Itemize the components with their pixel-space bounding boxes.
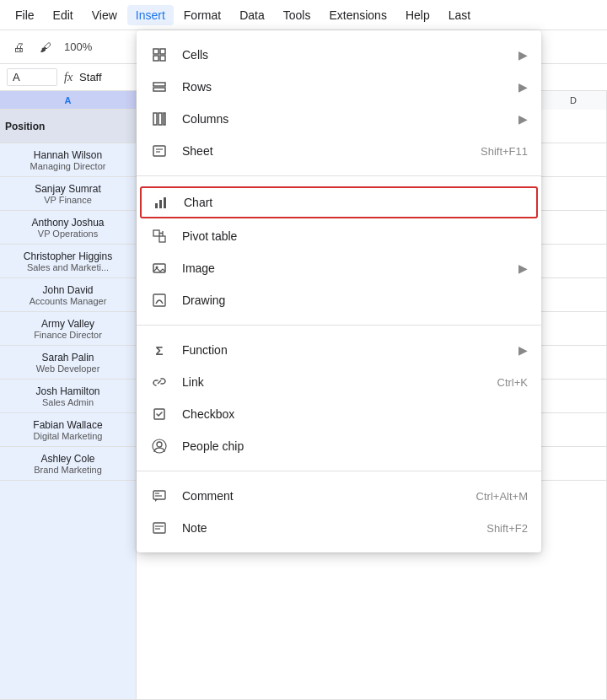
col-header-a: A [0,91,137,109]
cell-name-0: Hannah Wilson [5,149,131,161]
cell-name-6: Sarah Palin [5,352,131,363]
cell-title-9: Brand Marketing [5,465,131,475]
cell-a9[interactable]: Fabian Wallace Digital Marketing [0,413,137,446]
svg-rect-26 [153,523,165,533]
print-button[interactable]: 🖨 [7,35,30,59]
menu-edit[interactable]: Edit [45,5,82,25]
menu-item-function[interactable]: Σ Function ▶ [137,334,541,366]
cells-icon [150,46,169,64]
menu-help[interactable]: Help [397,5,438,25]
function-icon: Σ [150,341,169,359]
image-arrow: ▶ [518,261,528,275]
note-icon [150,519,169,537]
menu-item-image[interactable]: Image ▶ [137,252,541,284]
paint-format-button[interactable]: 🖌 [34,35,57,59]
menu-section-2: Chart Pivot table Image ▶ Drawing [137,181,541,320]
menu-item-sheet[interactable]: Sheet Shift+F11 [137,135,541,167]
people-icon [150,437,169,455]
chart-icon [152,193,170,212]
cell-title-1: VP Finance [5,195,131,205]
menu-item-cells[interactable]: Cells ▶ [137,39,541,71]
svg-rect-12 [155,203,158,208]
cell-name-1: Sanjay Sumrat [5,183,131,195]
cell-name-4: John David [5,284,131,296]
cell-empty-a [0,481,137,699]
menu-item-drawing[interactable]: Drawing [137,284,541,316]
menu-data[interactable]: Data [231,5,273,25]
cell-title-4: Accounts Manager [5,296,131,306]
svg-rect-8 [164,113,165,125]
comment-label: Comment [182,489,463,503]
sheet-shortcut: Shift+F11 [481,145,528,158]
svg-point-22 [153,439,166,453]
menu-item-note[interactable]: Note Shift+F2 [137,512,541,544]
columns-label: Columns [182,112,505,126]
svg-rect-15 [153,230,159,236]
cell-a2[interactable]: Sanjay Sumrat VP Finance [0,177,137,210]
menu-item-link[interactable]: Link Ctrl+K [137,366,541,398]
svg-rect-1 [160,49,165,54]
cell-a6[interactable]: Army Valley Finance Director [0,312,137,345]
cell-reference: A [7,68,57,86]
menu-item-checkbox[interactable]: Checkbox [137,398,541,430]
menu-extensions[interactable]: Extensions [320,5,395,25]
menu-item-pivot-table[interactable]: Pivot table [137,220,541,252]
cell-a5[interactable]: John David Accounts Manager [0,278,137,311]
svg-rect-7 [158,113,162,125]
cell-a7[interactable]: Sarah Palin Web Developer [0,346,137,379]
cell-a3[interactable]: Anthony Joshua VP Operations [0,211,137,244]
columns-icon [150,110,169,128]
drawing-icon [150,291,169,310]
cell-a8[interactable]: Josh Hamilton Sales Admin [0,380,137,412]
function-arrow: ▶ [518,343,528,357]
cell-a10[interactable]: Ashley Cole Brand Marketing [0,447,137,480]
cell-name-2: Anthony Joshua [5,217,131,229]
image-label: Image [182,261,505,275]
sheet-icon [150,142,169,160]
menu-view[interactable]: View [83,5,126,25]
menu-file[interactable]: File [7,5,43,25]
menu-section-1: Cells ▶ Rows ▶ Columns ▶ [137,35,541,170]
rows-label: Rows [182,80,505,94]
menu-item-columns[interactable]: Columns ▶ [137,103,541,135]
rows-icon [150,78,169,96]
people-chip-label: People chip [182,439,528,453]
cell-a4[interactable]: Christopher Higgins Sales and Marketi... [0,245,137,277]
cell-title-8: Digital Marketing [5,431,131,441]
cell-a1[interactable]: Hannah Wilson Managing Director [0,143,137,176]
cell-title-7: Sales Admin [5,397,131,407]
cell-name-5: Army Valley [5,318,131,330]
svg-rect-4 [153,83,165,86]
menu-section-4: Comment Ctrl+Alt+M Note Shift+F2 [137,477,541,547]
link-icon [150,373,169,391]
cell-title-2: VP Operations [5,229,131,239]
cell-title-6: Web Developer [5,363,131,374]
menu-last[interactable]: Last [440,5,479,25]
svg-rect-5 [153,88,165,91]
svg-rect-0 [153,49,158,54]
cells-label: Cells [182,48,505,62]
comment-icon [150,487,169,505]
link-shortcut: Ctrl+K [497,376,528,389]
image-icon [150,259,169,277]
menu-section-3: Σ Function ▶ Link Ctrl+K Checkbox [137,331,541,466]
svg-rect-13 [159,200,162,208]
cell-name-8: Fabian Wallace [5,419,131,431]
menu-item-chart[interactable]: Chart [140,186,538,218]
menu-format[interactable]: Format [175,5,229,25]
separator-3 [137,471,541,471]
menu-tools[interactable]: Tools [275,5,320,25]
cell-name-7: Josh Hamilton [5,385,131,397]
menu-insert[interactable]: Insert [127,5,174,25]
menu-item-rows[interactable]: Rows ▶ [137,71,541,103]
menu-item-people-chip[interactable]: People chip [137,430,541,462]
svg-rect-16 [159,236,165,242]
svg-rect-14 [164,197,166,208]
menu-bar: File Edit View Insert Format Data Tools … [0,0,607,30]
menu-item-comment[interactable]: Comment Ctrl+Alt+M [137,480,541,512]
svg-rect-9 [153,146,165,156]
cells-arrow: ▶ [518,48,528,62]
cell-name-9: Ashley Cole [5,453,131,465]
checkbox-label: Checkbox [182,407,528,421]
rows-arrow: ▶ [518,80,528,94]
